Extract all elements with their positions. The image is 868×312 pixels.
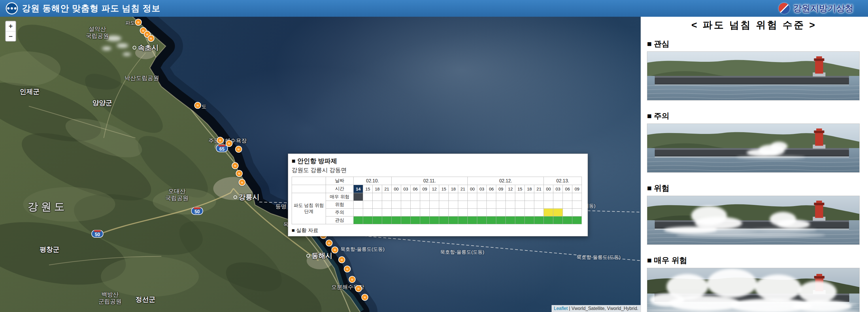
map-label-city: 속초시	[132, 44, 158, 52]
corner-cell	[292, 185, 326, 193]
wave-marker-icon[interactable]: ≈	[326, 239, 333, 247]
forecast-cell	[515, 209, 525, 217]
time-cell: 21	[382, 185, 392, 193]
wave-marker-icon[interactable]: ≈	[239, 179, 246, 186]
legend-sidebar: < 파도 넘침 위험 수준 > ■ 관심■ 주의■ 위험■ 매우 위험	[641, 17, 868, 312]
legend-item: ■ 주의	[647, 111, 861, 173]
forecast-cell	[439, 201, 449, 209]
forecast-cell	[468, 201, 477, 209]
forecast-cell	[468, 217, 477, 224]
wave-marker-icon[interactable]: ≈	[135, 19, 142, 26]
wave-marker-icon[interactable]: ≈	[361, 294, 368, 301]
wave-marker-icon[interactable]: ≈	[349, 276, 355, 283]
forecast-cell	[449, 217, 458, 224]
map-label-county: 양양군	[93, 99, 113, 107]
wave-marker-icon[interactable]: ≈	[236, 170, 243, 177]
forecast-cell	[534, 193, 544, 201]
forecast-cell	[506, 193, 515, 201]
forecast-cell	[430, 209, 439, 217]
time-cell: 18	[373, 185, 382, 193]
forecast-cell	[477, 193, 487, 201]
forecast-cell	[363, 201, 373, 209]
forecast-cell	[515, 193, 525, 201]
map-label-route: 묵호항-울릉도(도동)	[341, 247, 385, 252]
risk-level-label: 위험	[326, 201, 353, 209]
forecast-cell	[392, 193, 401, 201]
forecast-cell	[420, 217, 430, 224]
risk-level-photo	[647, 268, 860, 312]
forecast-cell	[525, 193, 534, 201]
wave-marker-icon[interactable]: ≈	[344, 265, 351, 273]
forecast-cell	[458, 201, 468, 209]
wave-marker-icon[interactable]: ≈	[355, 285, 362, 292]
app-header: 강원 동해안 맞춤형 파도 넘침 정보 강원지방기상청	[0, 0, 868, 17]
forecast-cell	[411, 217, 420, 224]
wave-logo-icon	[6, 2, 18, 15]
forecast-cell	[439, 193, 449, 201]
attribution-credits: | Vworld_Satellite, Vworld_Hybrid.	[568, 306, 638, 311]
map-label-route: 묵호항-울릉도(도동)	[577, 255, 621, 260]
forecast-cell	[506, 217, 515, 224]
forecast-cell	[572, 217, 582, 224]
forecast-cell	[430, 201, 439, 209]
map-label-city: 강릉시	[234, 193, 259, 201]
forecast-cell	[506, 201, 515, 209]
risk-level-label: 주의	[326, 209, 353, 217]
time-cell: 03	[477, 185, 487, 193]
forecast-cell	[401, 193, 411, 201]
map-label-tiny: 도	[202, 104, 207, 110]
wave-marker-icon[interactable]: ≈	[332, 247, 338, 253]
map-label-county: 평창군	[40, 246, 60, 254]
forecast-cell	[563, 209, 572, 217]
forecast-cell	[487, 209, 496, 217]
map-label-city: 동해시	[306, 252, 332, 260]
forecast-cell	[544, 193, 553, 201]
map-canvas[interactable]: 파도설악산국립공원속초시낙산도립공원인제군양양군도주문진해수욕장오대산국립공원강…	[0, 17, 641, 312]
zoom-out-button[interactable]: −	[6, 31, 16, 41]
wave-marker-icon[interactable]: ≈	[232, 162, 239, 169]
city-ring-icon	[132, 46, 136, 49]
forecast-cell	[420, 193, 430, 201]
forecast-cell	[420, 201, 430, 209]
forecast-cell	[553, 209, 563, 217]
time-cell: 09	[420, 185, 430, 193]
forecast-cell	[534, 201, 544, 209]
risk-level-photo	[647, 51, 860, 101]
time-cell: 06	[411, 185, 420, 193]
legend-item: ■ 관심	[647, 39, 861, 101]
date-cell: 02.11.	[392, 177, 468, 185]
forecast-cell	[525, 217, 534, 224]
wave-marker-icon[interactable]: ≈	[338, 256, 345, 263]
forecast-cell	[458, 217, 468, 224]
zoom-in-button[interactable]: +	[6, 21, 16, 31]
leaflet-link[interactable]: Leaflet	[554, 306, 568, 311]
map-label-route: 묵호항-울릉도(도동)	[440, 249, 485, 255]
wave-marker-icon[interactable]: ≈	[226, 140, 232, 147]
corner-cell	[292, 177, 326, 185]
forecast-cell	[468, 209, 477, 217]
wave-marker-icon[interactable]: ≈	[148, 35, 154, 42]
wave-marker-icon[interactable]: ≈	[235, 146, 242, 153]
wave-marker-icon[interactable]: ≈	[217, 137, 224, 144]
page-title: 강원 동해안 맞춤형 파도 넘침 정보	[22, 3, 160, 15]
forecast-cell	[525, 201, 534, 209]
forecast-cell	[430, 193, 439, 201]
legend-item-label: ■ 매우 위험	[647, 255, 861, 265]
forecast-cell	[544, 217, 553, 224]
time-cell: 12	[430, 185, 439, 193]
forecast-cell	[449, 193, 458, 201]
forecast-cell	[515, 201, 525, 209]
forecast-cell	[563, 193, 572, 201]
time-cell: 18	[449, 185, 458, 193]
time-cell: 09	[572, 185, 582, 193]
map-label-county: 인제군	[20, 88, 40, 96]
forecast-cell	[373, 201, 382, 209]
time-cell: 12	[506, 185, 515, 193]
time-cell: 15	[363, 185, 373, 193]
forecast-cell	[515, 217, 525, 224]
forecast-cell	[534, 217, 544, 224]
date-row-label: 날짜	[326, 177, 353, 185]
forecast-cell	[382, 193, 392, 201]
wave-marker-icon[interactable]: ≈	[194, 102, 201, 109]
forecast-cell	[544, 201, 553, 209]
